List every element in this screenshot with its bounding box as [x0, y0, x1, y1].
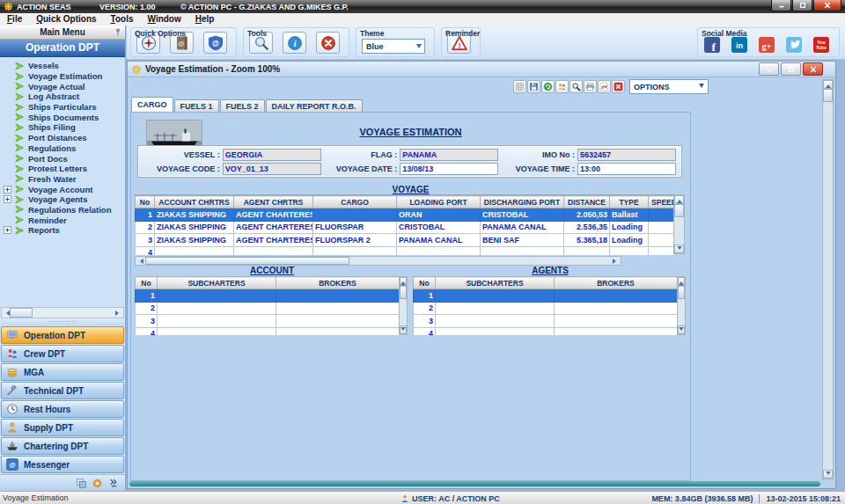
theme-dropdown[interactable]: Blue [362, 39, 425, 54]
tree-item-port-distances[interactable]: Port Distances [0, 133, 125, 143]
save-button[interactable] [527, 80, 540, 93]
table-cell[interactable]: AGENT CHARTERES 1 [234, 208, 313, 222]
scroll-left-icon[interactable] [137, 259, 143, 264]
table-cell[interactable] [649, 208, 674, 222]
column-header[interactable]: SUBCHARTERS [158, 277, 276, 289]
account-vertical-scrollbar[interactable] [399, 276, 408, 335]
column-header[interactable]: TYPE [610, 196, 649, 208]
table-cell[interactable]: 2.050,53 [564, 208, 610, 222]
close-button[interactable] [612, 80, 625, 93]
scroll-left-icon[interactable] [4, 310, 10, 316]
tree-item-regulations[interactable]: Regulations [0, 143, 125, 154]
field-input[interactable] [400, 149, 498, 161]
facebook-button[interactable]: f [703, 36, 721, 54]
tree-item-regulations-relation[interactable]: Regulations Relation [0, 205, 125, 215]
table-row[interactable]: 2ZIAKAS SHIPPINGAGENT CHARTERES 1FLUORSP… [136, 221, 674, 234]
table-cell[interactable] [649, 221, 674, 234]
section-messenger[interactable]: @Messenger [1, 456, 124, 473]
field-input[interactable] [577, 163, 676, 175]
table-cell[interactable]: AGENT CHARTERES 2 [234, 234, 313, 247]
table-cell[interactable] [564, 246, 610, 255]
tab-daily-report-r-o-b-[interactable]: DAILY REPORT R.O.B. [266, 99, 363, 112]
column-header[interactable]: SUBCHARTERS [436, 277, 555, 289]
tab-fuels-1[interactable]: FUELS 1 [174, 99, 219, 112]
options-dropdown[interactable]: OPTIONS [629, 79, 709, 94]
close-circle-button[interactable] [316, 32, 340, 54]
menu-tools[interactable]: Tools [104, 13, 141, 26]
table-cell[interactable] [555, 327, 678, 335]
table-cell[interactable] [436, 302, 555, 315]
users-button[interactable] [555, 80, 569, 93]
tree-item-log-abstract[interactable]: Log Abstract [0, 91, 125, 102]
table-cell[interactable]: PANAMA CANAL [481, 221, 564, 234]
table-cell[interactable] [555, 289, 678, 303]
voyage-horizontal-scrollbar[interactable] [135, 256, 621, 266]
table-cell[interactable]: 2 [136, 221, 155, 234]
table-row[interactable]: 3ZIAKAS SHIPPINGAGENT CHARTERES 2FLUORSP… [136, 234, 674, 247]
field-input[interactable] [400, 163, 498, 175]
field-input[interactable] [577, 149, 676, 161]
scroll-up-button[interactable] [678, 277, 685, 286]
expand-icon[interactable] [4, 186, 11, 194]
section-rest-hours[interactable]: Rest Hours [1, 400, 124, 418]
field-input[interactable] [223, 149, 321, 161]
tree-item-ships-filing[interactable]: Ships Filing [0, 122, 125, 133]
column-header[interactable]: DISCHARGING PORT [481, 196, 564, 208]
scroll-up-button[interactable] [400, 277, 407, 286]
scrollbar-thumb[interactable] [145, 257, 349, 265]
email-shield-button[interactable]: @ [203, 32, 227, 54]
table-cell[interactable]: Ballast [610, 208, 649, 222]
table-cell[interactable] [234, 246, 313, 255]
inner-close-button[interactable] [803, 62, 823, 76]
table-cell[interactable]: 4 [414, 327, 436, 335]
voyage-vertical-scrollbar[interactable] [673, 194, 685, 254]
tree-item-vessels[interactable]: Vessels [0, 61, 125, 71]
section-crew-dpt[interactable]: Crew DPT [1, 345, 124, 362]
table-cell[interactable] [155, 246, 234, 255]
table-cell[interactable] [649, 234, 674, 247]
layers-icon[interactable] [76, 478, 87, 489]
pin-icon[interactable] [114, 27, 122, 37]
table-row[interactable]: 1 [136, 289, 400, 303]
table-cell[interactable]: 4 [136, 246, 155, 255]
pdf-button[interactable] [598, 80, 611, 93]
tree-item-reminder[interactable]: Reminder [0, 215, 125, 225]
column-header[interactable]: No [414, 277, 436, 289]
column-header[interactable]: No [136, 196, 155, 208]
inner-minimize-button[interactable] [759, 62, 779, 76]
table-row[interactable]: 3 [136, 315, 400, 328]
tree-item-fresh-water[interactable]: Fresh Water [0, 174, 125, 185]
table-cell[interactable] [158, 302, 276, 315]
table-cell[interactable]: 2 [136, 302, 158, 315]
grid-button[interactable] [513, 80, 526, 93]
table-cell[interactable]: CRISTOBAL [397, 221, 481, 234]
scroll-down-button[interactable] [678, 325, 685, 334]
tree-item-protest-letters[interactable]: Protest Letters [0, 164, 125, 174]
field-input[interactable] [223, 163, 321, 175]
table-cell[interactable] [555, 302, 678, 315]
table-cell[interactable] [610, 246, 649, 255]
table-cell[interactable] [436, 289, 555, 303]
scroll-right-icon[interactable] [115, 310, 121, 316]
scroll-down-button[interactable] [674, 245, 684, 253]
table-row[interactable]: 4 [136, 246, 674, 255]
table-cell[interactable]: PANAMA CANAL [397, 234, 481, 247]
scroll-up-button[interactable] [823, 80, 833, 89]
table-row[interactable]: 1ZIAKAS SHIPPINGAGENT CHARTERES 1ORANCRI… [136, 208, 674, 222]
menu-help[interactable]: Help [188, 13, 222, 26]
print-button[interactable] [584, 80, 597, 93]
table-cell[interactable] [555, 315, 678, 328]
tree-item-reports[interactable]: Reports [0, 225, 125, 236]
table-row[interactable]: 1 [414, 289, 678, 303]
table-cell[interactable] [276, 327, 400, 335]
tree-item-port-docs[interactable]: Port Docs [0, 153, 125, 164]
table-cell[interactable]: 5.365,18 [564, 234, 610, 247]
table-cell[interactable]: 2 [414, 302, 436, 315]
sidebar-splitter[interactable]: ·········· [0, 318, 125, 325]
tree-item-voyage-account[interactable]: Voyage Account [0, 184, 125, 194]
table-cell[interactable]: ZIAKAS SHIPPING [155, 208, 234, 222]
column-header[interactable]: No [136, 277, 158, 289]
googleplus-button[interactable]: g+ [758, 36, 775, 54]
column-header[interactable]: CARGO [313, 196, 397, 208]
table-cell[interactable] [158, 327, 276, 335]
